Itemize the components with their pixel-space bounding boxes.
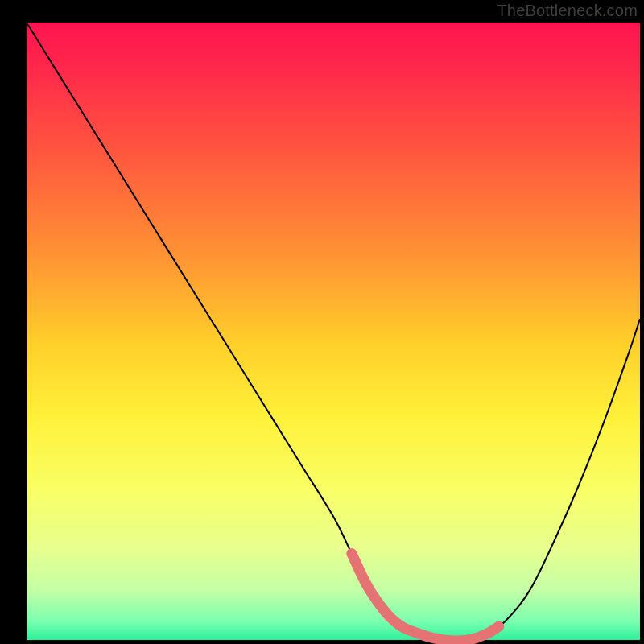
watermark-text: TheBottleneck.com bbox=[497, 2, 638, 20]
plot-background bbox=[27, 23, 640, 640]
bottleneck-chart bbox=[0, 0, 644, 644]
chart-stage: TheBottleneck.com bbox=[0, 0, 644, 644]
